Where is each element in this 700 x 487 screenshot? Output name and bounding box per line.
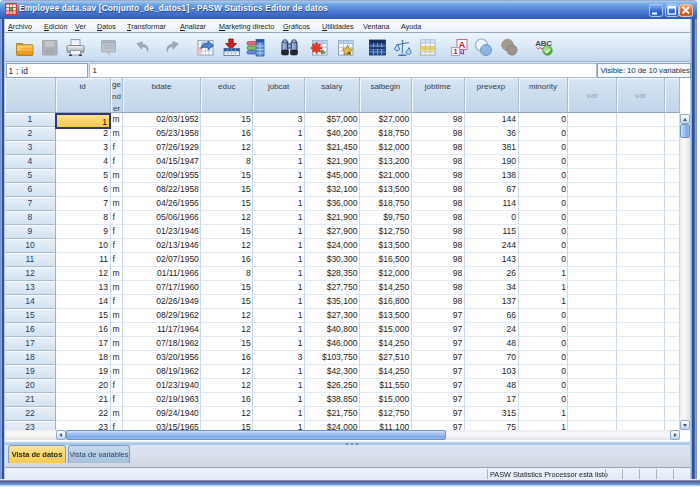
svg-text:1: 1 [453, 47, 457, 56]
